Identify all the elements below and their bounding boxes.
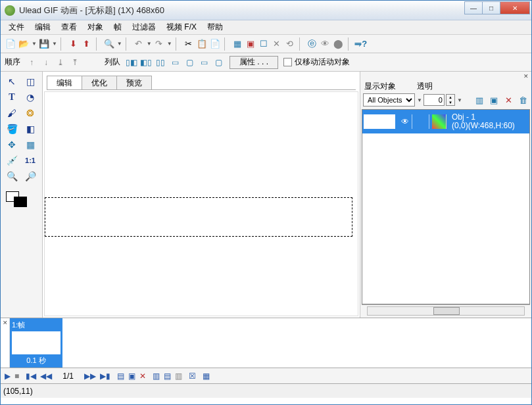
order-down-icon[interactable]: ↓ (40, 57, 52, 68)
frame-extra2-icon[interactable]: ▦ (203, 371, 210, 381)
panel-dup-icon[interactable]: ▣ (488, 94, 500, 106)
play-icon[interactable]: ▶ (5, 371, 11, 381)
dup-frame-icon[interactable]: ▣ (128, 371, 135, 381)
first-frame-icon[interactable]: ▮◀ (26, 371, 36, 381)
background-swatch[interactable] (14, 197, 27, 207)
panel-add-icon[interactable]: ▥ (473, 94, 485, 106)
object-filter-select[interactable]: All Objects (363, 93, 415, 107)
only-move-checkbox[interactable]: 仅移动活动对象 (283, 57, 350, 68)
frames-close-icon[interactable]: ✕ (1, 318, 10, 368)
order-toback-icon[interactable]: ⤓ (55, 57, 66, 68)
marquee-tool-icon[interactable]: ◫ (22, 74, 39, 89)
transparency-spinner[interactable]: ▲▼ (446, 94, 455, 106)
brush-tool-icon[interactable]: 🖌 (3, 106, 20, 120)
bucket-tool-icon[interactable]: 🪣 (3, 122, 20, 136)
eraser-tool-icon[interactable]: ◧ (22, 122, 39, 136)
maximize-button[interactable]: □ (482, 1, 500, 14)
tool4-icon[interactable]: ✕ (271, 38, 283, 50)
menu-filter[interactable]: 过滤器 (127, 20, 161, 34)
frameprop2-icon[interactable]: ▤ (164, 371, 171, 381)
align-mid-icon[interactable]: ▢ (183, 57, 195, 68)
web-icon[interactable]: ⓔ (306, 38, 318, 50)
record-icon[interactable]: ⬤ (333, 38, 345, 50)
export-icon[interactable]: ⬇ (68, 38, 80, 50)
object-list-item[interactable]: 👁 Obj - 1 (0,0)(W:468,H:60) (362, 110, 529, 133)
menu-file[interactable]: 文件 (3, 20, 30, 34)
actual-size-icon[interactable]: 1:1 (22, 153, 39, 168)
menu-frame[interactable]: 帧 (109, 20, 127, 34)
stop-icon[interactable]: ■ (14, 371, 19, 381)
help-icon[interactable]: ⥭? (355, 38, 367, 50)
visibility-icon[interactable]: 👁 (398, 114, 412, 129)
export2-icon[interactable]: ⬆ (81, 38, 93, 50)
color-cell[interactable] (432, 114, 447, 129)
tool1-icon[interactable]: ▦ (231, 38, 243, 50)
next-frame-icon[interactable]: ▶▶ (84, 371, 96, 381)
last-frame-icon[interactable]: ▶▮ (100, 371, 110, 381)
frameprop1-icon[interactable]: ▥ (153, 371, 160, 381)
menu-edit[interactable]: 编辑 (30, 20, 56, 34)
dropdown2-icon[interactable]: ▼ (457, 97, 462, 103)
add-frame-icon[interactable]: ▤ (117, 371, 124, 381)
panel-close-icon[interactable]: ✕ (362, 73, 530, 81)
panel-trash-icon[interactable]: 🗑 (517, 94, 529, 106)
menu-object[interactable]: 对象 (82, 20, 109, 34)
crop-tool-icon[interactable]: ✥ (3, 137, 20, 152)
preview-icon[interactable]: 👁 (320, 38, 331, 50)
zoom-dropdown-icon[interactable]: ▼ (117, 41, 122, 47)
undo-icon[interactable]: ↶ (133, 38, 145, 50)
text-tool-icon[interactable]: T (3, 90, 20, 105)
lasso-tool-icon[interactable]: ◔ (22, 90, 39, 105)
align-dist-icon[interactable]: ▢ (212, 57, 224, 68)
eyedropper-tool-icon[interactable]: 💉 (3, 153, 20, 168)
minimize-button[interactable]: — (464, 1, 483, 14)
canvas-viewport[interactable] (44, 91, 358, 316)
pointer-tool-icon[interactable]: ↖ (3, 74, 20, 89)
select-tool-icon[interactable]: ▦ (22, 137, 39, 152)
frameprop3-icon[interactable]: ▥ (175, 371, 182, 381)
scroll-thumb[interactable] (433, 307, 460, 315)
menu-help[interactable]: 帮助 (202, 20, 228, 34)
panel-hscroll[interactable] (362, 304, 530, 316)
canvas-object[interactable] (45, 197, 352, 237)
menu-view[interactable]: 查看 (56, 20, 82, 34)
tab-optimize[interactable]: 优化 (82, 76, 117, 89)
paste-icon[interactable]: 📄 (209, 38, 221, 50)
tab-edit[interactable]: 编辑 (47, 76, 82, 89)
copy-icon[interactable]: 📋 (196, 38, 208, 50)
menu-videofx[interactable]: 视频 F/X (161, 20, 202, 34)
open-dropdown-icon[interactable]: ▼ (32, 41, 37, 47)
panel-del-icon[interactable]: ✕ (502, 94, 514, 106)
del-frame-icon[interactable]: ✕ (139, 371, 146, 381)
order-tofront-icon[interactable]: ⤒ (69, 57, 81, 68)
order-up-icon[interactable]: ↑ (26, 57, 37, 68)
save-icon[interactable]: 💾 (38, 38, 50, 50)
redo-icon[interactable]: ↷ (153, 38, 165, 50)
tool2-icon[interactable]: ▣ (245, 38, 256, 50)
zoom-icon[interactable]: 🔍 (103, 38, 115, 50)
orbit-tool-icon[interactable]: ❂ (22, 106, 39, 120)
zoomin-tool-icon[interactable]: 🔍 (3, 169, 20, 183)
align-right-icon[interactable]: ▯▯ (155, 57, 166, 68)
tool3-icon[interactable]: ☐ (258, 38, 270, 50)
frame-extra1-icon[interactable]: ☒ (189, 371, 196, 381)
close-button[interactable]: ✕ (500, 1, 530, 14)
cut-icon[interactable]: ✂ (183, 38, 195, 50)
align-top-icon[interactable]: ▭ (169, 57, 181, 68)
lock-cell[interactable] (415, 114, 429, 129)
redo-dropdown-icon[interactable]: ▼ (167, 41, 172, 47)
zoomout-tool-icon[interactable]: 🔎 (22, 169, 39, 183)
tab-preview[interactable]: 预览 (116, 76, 152, 89)
save-dropdown-icon[interactable]: ▼ (52, 41, 57, 47)
properties-button[interactable]: 属性 . . . (230, 56, 278, 69)
undo-dropdown-icon[interactable]: ▼ (147, 41, 152, 47)
tool5-icon[interactable]: ⟲ (284, 38, 296, 50)
new-icon[interactable]: 📄 (5, 38, 16, 50)
align-left-icon[interactable]: ▯◧ (126, 57, 137, 68)
align-bot-icon[interactable]: ▭ (198, 57, 210, 68)
prev-frame-icon[interactable]: ◀◀ (40, 371, 52, 381)
frame-item[interactable]: 1:帧 0.1 秒 (10, 318, 62, 368)
open-icon[interactable]: 📂 (18, 38, 30, 50)
color-swatches[interactable] (3, 190, 39, 214)
align-center-icon[interactable]: ◧▯ (140, 57, 152, 68)
